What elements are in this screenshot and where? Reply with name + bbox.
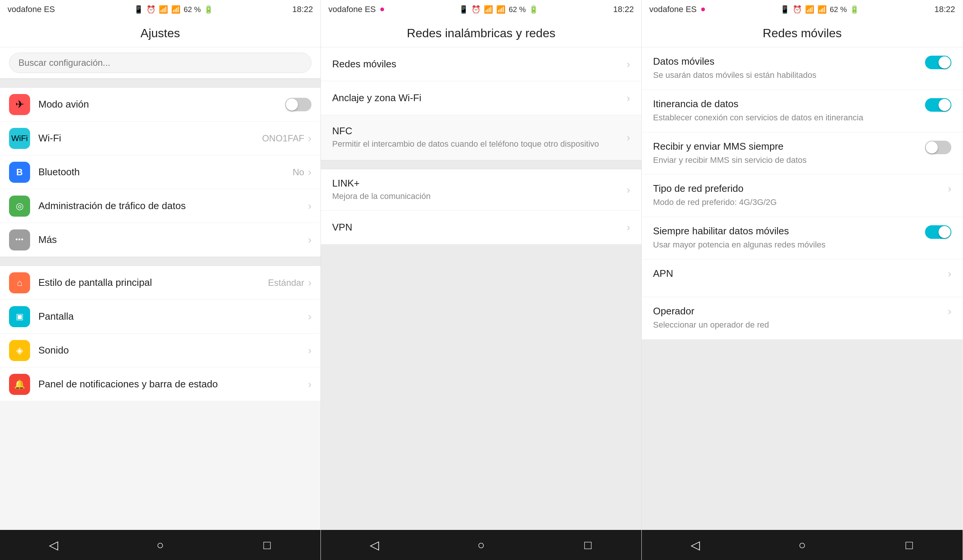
- vpn-chevron: ›: [627, 222, 630, 233]
- itinerancia-toggle[interactable]: [925, 98, 951, 112]
- carrier-2: vodafone ES: [328, 5, 376, 14]
- sim-icon: 📱: [134, 5, 143, 14]
- itinerancia-title: Itinerancia de datos: [653, 98, 918, 110]
- battery-text-2: 62 %: [509, 5, 526, 14]
- wifi-value: ONO1FAF: [262, 133, 304, 144]
- itinerancia-action: [925, 98, 951, 112]
- notificaciones-chevron: ›: [308, 378, 311, 390]
- tipo-red-text: Tipo de red preferido Modo de red prefer…: [653, 183, 940, 208]
- recent-button-1[interactable]: □: [252, 530, 282, 560]
- mms-toggle[interactable]: [925, 141, 951, 154]
- status-time-1: 18:22: [292, 5, 313, 14]
- datos-moviles-toggle[interactable]: [925, 56, 951, 69]
- panel-header-1: Ajustes: [0, 19, 321, 47]
- list-item-vpn[interactable]: VPN ›: [321, 210, 641, 244]
- panel-ajustes: vodafone ES 📱 ⏰ 📶 📶 62 % 🔋 18:22 Ajustes…: [0, 0, 321, 560]
- trafico-label: Administración de tráfico de datos: [38, 200, 308, 212]
- notificaciones-icon: 🔔: [9, 374, 30, 395]
- search-input[interactable]: [9, 53, 311, 73]
- list-item-nfc[interactable]: NFC Permitir el intercambio de datos cua…: [321, 115, 641, 160]
- status-bar-1: vodafone ES 📱 ⏰ 📶 📶 62 % 🔋 18:22: [0, 0, 321, 19]
- sonido-chevron: ›: [308, 345, 311, 356]
- tipo-red-subtitle: Modo de red preferido: 4G/3G/2G: [653, 197, 940, 208]
- bluetooth-icon: B: [9, 162, 30, 183]
- wifi-label: Wi-Fi: [38, 133, 262, 144]
- list-item-link-plus[interactable]: LINK+ Mejora de la comunicación ›: [321, 169, 641, 210]
- sidebar-item-notificaciones[interactable]: 🔔 Panel de notificaciones y barra de est…: [0, 367, 321, 401]
- back-button-1[interactable]: ◁: [38, 530, 68, 560]
- anclaje-title: Anclaje y zona Wi-Fi: [332, 92, 627, 104]
- back-button-3[interactable]: ◁: [680, 530, 710, 560]
- back-button-2[interactable]: ◁: [359, 530, 389, 560]
- panel-header-2: Redes inalámbricas y redes: [321, 19, 641, 47]
- nfc-title: NFC: [332, 125, 627, 137]
- setting-mms[interactable]: Recibir y enviar MMS siempre Enviar y re…: [642, 133, 963, 175]
- mms-action: [925, 141, 951, 154]
- home-button-1[interactable]: ○: [145, 530, 175, 560]
- carrier-3: vodafone ES: [649, 5, 697, 14]
- nfc-content: NFC Permitir el intercambio de datos cua…: [332, 125, 627, 150]
- itinerancia-text: Itinerancia de datos Establecer conexión…: [653, 98, 918, 124]
- nfc-subtitle: Permitir el intercambio de datos cuando …: [332, 138, 627, 150]
- sidebar-item-bluetooth[interactable]: B Bluetooth No ›: [0, 155, 321, 189]
- operador-action: ›: [948, 305, 951, 317]
- siempre-habilitar-text: Siempre habilitar datos móviles Usar may…: [653, 225, 918, 251]
- setting-siempre-habilitar[interactable]: Siempre habilitar datos móviles Usar may…: [642, 217, 963, 259]
- battery-text-3: 62 %: [830, 5, 847, 14]
- spacer-p3: [642, 340, 963, 530]
- wifi-chevron: ›: [308, 133, 311, 144]
- home-button-2[interactable]: ○: [466, 530, 496, 560]
- wifi-icon-3: 📶: [805, 5, 814, 14]
- alarm-icon-3: ⏰: [793, 5, 802, 14]
- status-bar-3: vodafone ES 📱 ⏰ 📶 📶 62 % 🔋 18:22: [642, 0, 963, 19]
- wifi-icon: 📶: [159, 5, 168, 14]
- setting-itinerancia[interactable]: Itinerancia de datos Establecer conexión…: [642, 90, 963, 133]
- apn-chevron: ›: [948, 268, 951, 280]
- sidebar-item-wifi[interactable]: WiFi Wi-Fi ONO1FAF ›: [0, 121, 321, 155]
- setting-apn[interactable]: APN ›: [642, 259, 963, 297]
- anclaje-content: Anclaje y zona Wi-Fi: [332, 92, 627, 104]
- notificaciones-label: Panel de notificaciones y barra de estad…: [38, 378, 308, 390]
- pantalla-label: Pantalla: [38, 311, 308, 322]
- list-item-anclaje[interactable]: Anclaje y zona Wi-Fi ›: [321, 81, 641, 115]
- pantalla-principal-chevron: ›: [308, 277, 311, 289]
- recent-button-3[interactable]: □: [894, 530, 924, 560]
- operador-subtitle: Seleccionar un operador de red: [653, 319, 940, 331]
- datos-moviles-title: Datos móviles: [653, 56, 918, 67]
- home-button-3[interactable]: ○: [787, 530, 817, 560]
- list-item-redes-moviles[interactable]: Redes móviles ›: [321, 47, 641, 81]
- sim-icon-2: 📱: [459, 5, 469, 14]
- status-icons-3: 📱 ⏰ 📶 📶 62 % 🔋: [780, 5, 859, 14]
- setting-tipo-red[interactable]: Tipo de red preferido Modo de red prefer…: [642, 175, 963, 217]
- setting-operador[interactable]: Operador Seleccionar un operador de red …: [642, 297, 963, 340]
- tipo-red-action: ›: [948, 183, 951, 195]
- status-bar-2: vodafone ES 📱 ⏰ 📶 📶 62 % 🔋 18:22: [321, 0, 641, 19]
- siempre-habilitar-title: Siempre habilitar datos móviles: [653, 225, 918, 237]
- sidebar-item-pantalla[interactable]: ▣ Pantalla ›: [0, 300, 321, 333]
- sidebar-item-sonido[interactable]: ◈ Sonido ›: [0, 333, 321, 367]
- link-plus-subtitle: Mejora de la comunicación: [332, 191, 627, 202]
- recent-button-2[interactable]: □: [573, 530, 603, 560]
- signal-icon: 📶: [171, 5, 180, 14]
- modo-avion-icon: ✈: [9, 94, 30, 115]
- signal-icon-3: 📶: [817, 5, 827, 14]
- bluetooth-chevron: ›: [308, 166, 311, 178]
- vpn-title: VPN: [332, 222, 627, 233]
- carrier-dot-3: [701, 8, 705, 11]
- nfc-chevron: ›: [627, 132, 630, 144]
- bluetooth-value: No: [293, 167, 304, 178]
- setting-datos-moviles[interactable]: Datos móviles Se usarán datos móviles si…: [642, 47, 963, 90]
- modo-avion-toggle[interactable]: [285, 98, 311, 111]
- pantalla-chevron: ›: [308, 311, 311, 323]
- anclaje-chevron: ›: [627, 92, 630, 104]
- sidebar-item-mas[interactable]: ••• Más ›: [0, 223, 321, 257]
- apn-text: APN: [653, 268, 940, 282]
- pantalla-principal-value: Estándar: [268, 278, 304, 288]
- link-plus-title: LINK+: [332, 178, 627, 189]
- sidebar-item-pantalla-principal[interactable]: ⌂ Estilo de pantalla principal Estándar …: [0, 266, 321, 300]
- redes-moviles-chevron: ›: [627, 58, 630, 70]
- apn-action: ›: [948, 268, 951, 280]
- sidebar-item-trafico[interactable]: ◎ Administración de tráfico de datos ›: [0, 189, 321, 223]
- sidebar-item-modo-avion[interactable]: ✈ Modo avión: [0, 87, 321, 121]
- siempre-habilitar-toggle[interactable]: [925, 225, 951, 239]
